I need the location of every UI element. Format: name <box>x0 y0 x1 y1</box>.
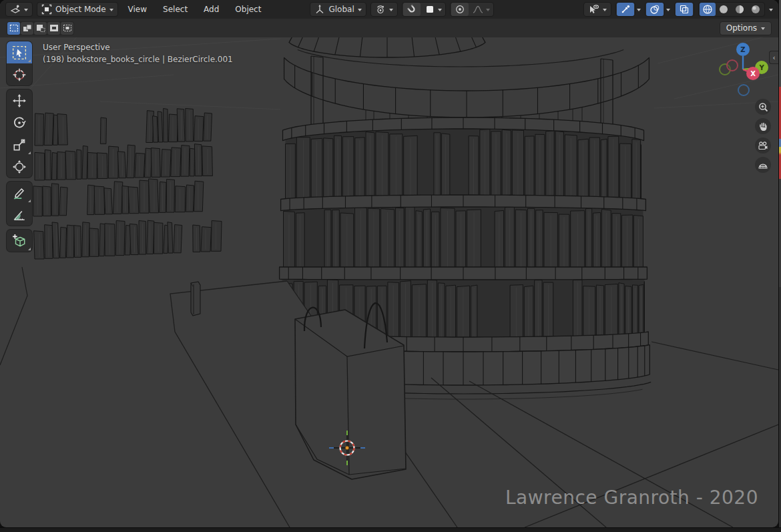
svg-text:X: X <box>750 70 756 77</box>
snap-group <box>402 2 446 17</box>
tool-move[interactable] <box>7 89 32 111</box>
zoom-button[interactable] <box>755 99 771 115</box>
menu-view[interactable]: View <box>122 2 153 17</box>
proportional-group <box>450 2 494 17</box>
options-dropdown[interactable]: Options <box>720 21 772 35</box>
move-icon <box>12 93 27 108</box>
object-mode-icon <box>41 4 52 15</box>
chevron-down-icon <box>637 9 641 13</box>
xray-toggle[interactable] <box>676 3 693 16</box>
chevron-down-icon <box>389 9 393 13</box>
chevron-down-icon <box>438 9 442 13</box>
watermark: Lawrence Granroth - 2020 <box>505 487 758 509</box>
menu-add[interactable]: Add <box>198 2 225 17</box>
chevron-down-icon <box>486 9 490 13</box>
pivot-dropdown[interactable] <box>370 2 398 17</box>
transform-icon <box>12 160 27 174</box>
visibility-dropdown[interactable] <box>583 2 611 17</box>
menu-select[interactable]: Select <box>157 2 194 17</box>
perspective-toggle-button[interactable] <box>755 157 771 173</box>
snap-target-dropdown[interactable] <box>421 3 445 16</box>
viewport-canvas[interactable] <box>0 0 778 527</box>
tool-rotate[interactable] <box>7 111 32 134</box>
overlays-icon <box>649 4 660 15</box>
tool-annotate[interactable] <box>7 182 32 204</box>
viewport-editor-icon <box>10 4 21 15</box>
select-mode-extend[interactable] <box>21 22 33 35</box>
orientation-label: Global <box>328 5 354 14</box>
tool-scale[interactable] <box>7 134 32 156</box>
magnet-icon <box>407 4 417 15</box>
nav-buttons <box>755 99 771 173</box>
shading-solid-button[interactable] <box>716 3 732 16</box>
svg-text:Y: Y <box>758 64 764 71</box>
tool-settings-bar: Options <box>0 19 778 37</box>
annotate-icon <box>12 186 27 200</box>
snap-toggle[interactable] <box>403 3 421 16</box>
chevron-down-icon <box>109 9 113 13</box>
solid-shading-icon <box>718 4 729 15</box>
orientation-dropdown[interactable]: Global <box>310 2 366 17</box>
selectability-icon <box>588 4 599 15</box>
chevron-down-icon <box>769 9 773 13</box>
ortho-grid-icon <box>758 160 768 170</box>
svg-text:Z: Z <box>740 46 745 53</box>
axis-tripod-icon <box>314 4 325 15</box>
rotate-icon <box>12 115 27 130</box>
select-mode-subtract[interactable] <box>34 22 47 35</box>
chevron-left-icon: ‹ <box>773 54 776 61</box>
menu-object[interactable]: Object <box>229 2 267 17</box>
axis-neg-x-ball[interactable] <box>727 60 738 71</box>
overlays-toggle[interactable] <box>646 3 664 16</box>
active-object-info: (198) bookstore_books_circle | BezierCir… <box>43 53 233 65</box>
cursor-tool-icon <box>12 67 27 82</box>
editor-type-button[interactable] <box>5 2 33 17</box>
pivot-point-icon <box>375 4 386 15</box>
proportional-editing-icon <box>455 4 465 15</box>
gizmo-icon <box>620 4 631 15</box>
pan-button[interactable] <box>755 118 771 134</box>
falloff-dropdown[interactable] <box>469 3 493 16</box>
chevron-down-icon <box>761 27 765 32</box>
snap-increment-icon <box>425 4 435 15</box>
mode-dropdown[interactable]: Object Mode <box>37 2 118 17</box>
select-box-icon <box>12 45 27 60</box>
chevron-down-icon <box>603 9 607 13</box>
select-mode-intersect[interactable] <box>61 22 73 35</box>
select-mode-invert[interactable] <box>47 22 60 35</box>
mode-label: Object Mode <box>55 5 106 14</box>
navigation-gizmo[interactable]: Z Y X <box>718 40 768 99</box>
tool-measure[interactable] <box>7 204 32 226</box>
shading-rendered-button[interactable] <box>748 3 764 16</box>
axis-neg-z-ball[interactable] <box>738 85 749 95</box>
viewport-header: Object Mode View Select Add Object Globa… <box>0 0 778 19</box>
tool-cursor[interactable] <box>7 63 32 85</box>
options-label: Options <box>726 23 757 33</box>
wireframe-shading-icon <box>702 4 713 15</box>
rendered-shading-icon <box>750 4 761 15</box>
shading-material-button[interactable] <box>732 3 748 16</box>
sidebar-collapse-tab[interactable]: ‹ <box>769 51 778 64</box>
falloff-curve-icon <box>473 4 483 15</box>
shading-mode-group <box>698 2 765 17</box>
tool-select-box[interactable] <box>7 41 32 63</box>
hand-icon <box>758 121 768 131</box>
chevron-down-icon <box>24 9 28 13</box>
properties-editor-sliver <box>778 0 781 527</box>
material-shading-icon <box>734 4 745 15</box>
viewport-info: User Perspective (198) bookstore_books_c… <box>43 41 233 65</box>
add-cube-icon <box>12 234 27 248</box>
camera-icon <box>758 141 768 151</box>
chevron-down-icon <box>358 9 362 13</box>
toolbar <box>7 41 32 252</box>
shading-wireframe-button[interactable] <box>700 3 716 16</box>
tool-add-cube[interactable] <box>7 230 32 252</box>
scale-icon <box>12 138 27 152</box>
select-mode-set[interactable] <box>7 22 20 35</box>
measure-icon <box>12 208 27 222</box>
tool-transform[interactable] <box>7 156 32 178</box>
camera-view-button[interactable] <box>755 138 771 154</box>
view-name: User Perspective <box>43 41 233 53</box>
proportional-toggle[interactable] <box>451 3 469 16</box>
gizmos-toggle[interactable] <box>617 3 634 16</box>
